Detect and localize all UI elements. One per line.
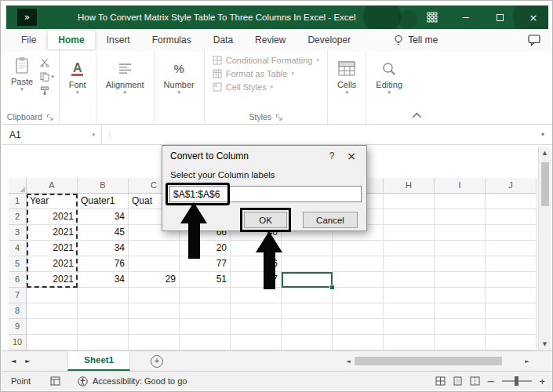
cell-C10[interactable]: [129, 335, 180, 350]
cancel-button[interactable]: Cancel: [303, 212, 358, 228]
page-break-view-icon[interactable]: [470, 376, 480, 386]
cell-I5[interactable]: [435, 256, 486, 272]
cell-J6[interactable]: [486, 272, 537, 288]
vertical-scrollbar[interactable]: ▲ ▼: [538, 147, 551, 350]
add-sheet-button[interactable]: +: [151, 355, 163, 368]
tell-me[interactable]: Tell me: [394, 34, 438, 46]
fill-handle[interactable]: [329, 285, 335, 290]
cell-I6[interactable]: [435, 272, 486, 288]
dialog-help-button[interactable]: ?: [322, 151, 341, 162]
cell-C6[interactable]: 29: [129, 272, 180, 288]
row-header-1[interactable]: 1: [9, 194, 27, 209]
cell-F6[interactable]: [282, 272, 333, 288]
cell-A1[interactable]: Year: [27, 194, 78, 209]
cell-B7[interactable]: [78, 288, 129, 303]
cell-B9[interactable]: [78, 319, 129, 335]
cell-F10[interactable]: [282, 335, 333, 350]
row-header-4[interactable]: 4: [9, 241, 27, 256]
cut-button[interactable]: [40, 57, 54, 68]
cell-E9[interactable]: [231, 319, 282, 335]
cell-G8[interactable]: [333, 303, 384, 319]
sheet-tab-sheet1[interactable]: Sheet1: [67, 351, 130, 371]
cell-A9[interactable]: [27, 319, 78, 335]
row-header-7[interactable]: 7: [9, 288, 27, 303]
zoom-in-button[interactable]: +: [539, 376, 545, 387]
cell-A7[interactable]: [27, 288, 78, 303]
conditional-formatting-button[interactable]: Conditional Formatting ▾: [209, 53, 322, 67]
dialog-launcher-icon[interactable]: [275, 114, 282, 121]
cell-D6[interactable]: 51: [180, 272, 231, 288]
cell-F4[interactable]: [282, 241, 333, 256]
cell-J10[interactable]: [486, 335, 537, 350]
name-box[interactable]: A1 ▾: [2, 125, 102, 144]
cell-J4[interactable]: [486, 241, 537, 256]
cell-J9[interactable]: [486, 319, 537, 335]
collapse-ribbon-button[interactable]: [412, 112, 422, 118]
cell-H8[interactable]: [384, 303, 435, 319]
formula-bar-expand-icon[interactable]: ▾: [533, 131, 553, 138]
close-button[interactable]: ×: [522, 8, 545, 27]
cell-F8[interactable]: [282, 303, 333, 319]
dialog-launcher-icon[interactable]: [46, 114, 53, 121]
cell-C7[interactable]: [129, 288, 180, 303]
zoom-slider-thumb[interactable]: [515, 376, 518, 386]
cell-styles-button[interactable]: Cell Styles ▾: [209, 80, 322, 93]
maximize-button[interactable]: [488, 8, 511, 27]
comments-icon[interactable]: [528, 34, 540, 46]
cell-I7[interactable]: [435, 288, 486, 303]
tab-insert[interactable]: Insert: [96, 31, 140, 49]
cell-C8[interactable]: [129, 303, 180, 319]
cell-J5[interactable]: [486, 256, 537, 272]
cells-button[interactable]: Cells ▾: [333, 53, 361, 96]
select-all-button[interactable]: [9, 178, 27, 194]
cell-A10[interactable]: [27, 335, 78, 350]
formula-input[interactable]: [114, 125, 533, 144]
accessibility-status[interactable]: Accessibility: Good to go: [78, 376, 187, 387]
dialog-close-button[interactable]: ×: [341, 150, 362, 162]
cell-A2[interactable]: 2021: [27, 209, 78, 225]
cell-B1[interactable]: Quater1: [78, 194, 129, 209]
row-header-10[interactable]: 10: [9, 335, 27, 350]
cell-B5[interactable]: 76: [78, 256, 129, 272]
sheet-nav-right-icon[interactable]: ►: [25, 358, 30, 365]
cell-D9[interactable]: [180, 319, 231, 335]
row-header-6[interactable]: 6: [9, 272, 27, 288]
cell-A5[interactable]: 2021: [27, 256, 78, 272]
scroll-down-icon[interactable]: ▼: [543, 338, 547, 350]
cell-J7[interactable]: [486, 288, 537, 303]
row-header-5[interactable]: 5: [9, 256, 27, 272]
zoom-slider-track[interactable]: [502, 380, 532, 382]
cell-C5[interactable]: [129, 256, 180, 272]
apps-grid-icon[interactable]: [420, 8, 444, 27]
cell-G6[interactable]: [333, 272, 384, 288]
cell-J2[interactable]: [486, 209, 537, 225]
macro-record-icon[interactable]: [50, 376, 60, 386]
cell-H4[interactable]: [384, 241, 435, 256]
copy-button[interactable]: ▾: [40, 71, 54, 82]
cell-H2[interactable]: [384, 209, 435, 225]
double-chevron-icon[interactable]: »: [17, 9, 37, 26]
cell-I4[interactable]: [435, 241, 486, 256]
cell-H9[interactable]: [384, 319, 435, 335]
col-header-A[interactable]: A: [27, 178, 78, 194]
tab-formulas[interactable]: Formulas: [142, 31, 202, 49]
cell-I3[interactable]: [435, 225, 486, 241]
scroll-right-icon[interactable]: ►: [522, 358, 532, 365]
editing-button[interactable]: Editing ▾: [371, 53, 407, 96]
col-header-I[interactable]: I: [435, 178, 486, 194]
cell-E7[interactable]: [231, 288, 282, 303]
cell-H10[interactable]: [384, 335, 435, 350]
horizontal-scrollbar[interactable]: ◄ ►: [344, 351, 532, 372]
col-header-B[interactable]: B: [78, 178, 129, 194]
cell-E10[interactable]: [231, 335, 282, 350]
tab-home[interactable]: Home: [48, 31, 94, 49]
cell-G5[interactable]: [333, 256, 384, 272]
cell-J8[interactable]: [486, 303, 537, 319]
scroll-left-icon[interactable]: ◄: [344, 358, 353, 365]
cell-G4[interactable]: [333, 241, 384, 256]
col-header-J[interactable]: J: [486, 178, 537, 194]
cell-G7[interactable]: [333, 288, 384, 303]
cell-A3[interactable]: 2021: [27, 225, 78, 241]
cell-D5[interactable]: 77: [180, 256, 231, 272]
cell-D10[interactable]: [180, 335, 231, 350]
